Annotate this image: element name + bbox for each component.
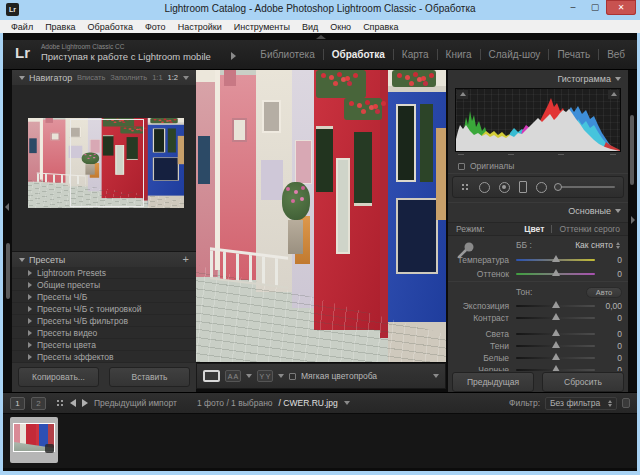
- navigator-header[interactable]: Навигатор Вписать Заполнить 1:1 1:2: [12, 70, 196, 85]
- crop-tool-icon[interactable]: [461, 183, 470, 192]
- paste-button[interactable]: Вставить: [109, 367, 190, 387]
- minimize-button[interactable]: –: [562, 0, 584, 15]
- exposure-slider[interactable]: [516, 305, 595, 307]
- filename-caret-icon[interactable]: [344, 401, 350, 405]
- treatment-row: Режим: Цвет Оттенки серого: [448, 222, 628, 236]
- nav-zoom-fill[interactable]: Заполнить: [110, 73, 147, 82]
- preset-folder[interactable]: Пресеты Ч/Б с тонировкой: [12, 303, 196, 315]
- slider-thumb[interactable]: [552, 255, 560, 262]
- tool-strip: [452, 176, 624, 198]
- before-after-icon[interactable]: A A: [225, 370, 241, 382]
- module-slideshow[interactable]: Слайд-шоу: [480, 49, 549, 60]
- split-view-caret-icon[interactable]: [278, 374, 284, 378]
- menu-photo[interactable]: Фото: [139, 22, 172, 32]
- wb-preset-dropdown[interactable]: Как снято: [575, 240, 620, 250]
- module-map[interactable]: Карта: [393, 49, 437, 60]
- left-panel-scrollbar[interactable]: [6, 243, 10, 299]
- shadows-row: Тени 0: [454, 340, 622, 352]
- nav-zoom-1-1[interactable]: 1:1: [152, 73, 162, 82]
- soft-proof-checkbox[interactable]: [289, 373, 296, 380]
- slider-thumb[interactable]: [552, 329, 560, 336]
- previous-photo-icon[interactable]: [70, 399, 76, 407]
- module-book[interactable]: Книга: [437, 49, 480, 60]
- mode-color-option[interactable]: Цвет: [524, 224, 544, 234]
- identity-play-icon[interactable]: [231, 52, 236, 60]
- preset-folder[interactable]: Пресеты цвета: [12, 339, 196, 351]
- basic-panel-header[interactable]: Основные: [568, 206, 621, 216]
- module-print[interactable]: Печать: [548, 49, 598, 60]
- menu-help[interactable]: Справка: [357, 22, 404, 32]
- auto-tone-button[interactable]: Авто: [586, 287, 622, 298]
- nav-zoom-1-2[interactable]: 1:2: [168, 73, 178, 82]
- radial-filter-icon[interactable]: [536, 182, 547, 193]
- spot-removal-icon[interactable]: [479, 182, 490, 193]
- reset-button[interactable]: Сбросить: [542, 372, 624, 392]
- filter-switch-icon[interactable]: [622, 398, 630, 408]
- loupe-view-icon[interactable]: [203, 370, 220, 382]
- preset-folder[interactable]: Пресеты эффектов: [12, 351, 196, 363]
- graduated-filter-icon[interactable]: [519, 181, 527, 193]
- slider-thumb[interactable]: [552, 269, 560, 276]
- slider-thumb[interactable]: [552, 353, 560, 360]
- temperature-slider[interactable]: [516, 259, 595, 261]
- menu-view[interactable]: Вид: [296, 22, 324, 32]
- preset-folder[interactable]: Пресеты Ч/Б: [12, 291, 196, 303]
- menu-develop[interactable]: Обработка: [82, 22, 139, 32]
- red-eye-icon[interactable]: [499, 182, 510, 193]
- preset-folder[interactable]: Пресеты видео: [12, 327, 196, 339]
- nav-zoom-fit[interactable]: Вписать: [77, 73, 105, 82]
- filmstrip-thumbnail-selected[interactable]: [10, 417, 58, 463]
- slider-thumb[interactable]: [552, 341, 560, 348]
- histogram[interactable]: [455, 88, 621, 152]
- presets-header[interactable]: Пресеты +: [12, 252, 196, 267]
- right-panel-scrollbar[interactable]: [630, 115, 634, 185]
- maximize-button[interactable]: ▢: [584, 0, 606, 15]
- module-web[interactable]: Веб: [598, 49, 633, 60]
- main-window-button[interactable]: 1: [10, 397, 25, 410]
- toolbar-options-caret-icon[interactable]: [433, 374, 439, 378]
- module-develop[interactable]: Обработка: [323, 49, 393, 60]
- slider-thumb[interactable]: [552, 301, 560, 308]
- module-library[interactable]: Библиотека: [252, 49, 322, 60]
- second-window-button[interactable]: 2: [31, 397, 46, 410]
- mode-grayscale-option[interactable]: Оттенки серого: [559, 224, 620, 234]
- filename[interactable]: / CWER.RU.jpg: [279, 398, 338, 408]
- menu-file[interactable]: Файл: [5, 22, 39, 32]
- adjustment-brush-slider[interactable]: [556, 186, 615, 188]
- nav-zoom-caret-icon[interactable]: [183, 76, 189, 80]
- navigator-view-rect[interactable]: [70, 119, 144, 207]
- main-image-area[interactable]: [196, 70, 446, 362]
- histogram-header[interactable]: Гистограмма: [557, 74, 621, 84]
- whites-slider[interactable]: [516, 357, 595, 359]
- source-label[interactable]: Предыдущий импорт: [94, 398, 177, 408]
- shadows-slider[interactable]: [516, 345, 595, 347]
- brush-knob-icon[interactable]: [554, 183, 562, 191]
- top-panel-collapse-icon[interactable]: [316, 35, 326, 39]
- left-panel-collapse-icon[interactable]: [5, 203, 9, 211]
- menu-tools[interactable]: Инструменты: [228, 22, 296, 32]
- preset-folder[interactable]: Lightroom Presets: [12, 267, 196, 279]
- previous-button[interactable]: Предыдущая: [452, 372, 534, 392]
- highlights-slider[interactable]: [516, 333, 595, 335]
- navigator-preview[interactable]: [12, 85, 196, 252]
- split-view-icon[interactable]: Y Y: [257, 370, 273, 382]
- contrast-slider[interactable]: [516, 317, 595, 319]
- divider: [448, 173, 628, 174]
- originals-checkbox[interactable]: [458, 163, 465, 170]
- slider-thumb[interactable]: [552, 313, 560, 320]
- chevron-right-icon: [28, 318, 32, 324]
- preset-folder[interactable]: Общие пресеты: [12, 279, 196, 291]
- close-button[interactable]: ✕: [606, 0, 636, 15]
- menu-window[interactable]: Окно: [324, 22, 357, 32]
- grid-view-icon[interactable]: [56, 399, 64, 407]
- copy-button[interactable]: Копировать...: [18, 367, 99, 387]
- add-preset-button[interactable]: +: [183, 255, 189, 264]
- preset-folder[interactable]: Пресеты Ч/Б фильтров: [12, 315, 196, 327]
- next-photo-icon[interactable]: [82, 399, 88, 407]
- before-after-caret-icon[interactable]: [246, 374, 252, 378]
- tint-slider[interactable]: [516, 273, 595, 275]
- menu-edit[interactable]: Правка: [39, 22, 81, 32]
- filter-dropdown[interactable]: Без фильтра: [545, 397, 617, 410]
- menu-settings[interactable]: Настройки: [172, 22, 228, 32]
- right-panel-collapse-icon[interactable]: [631, 216, 635, 224]
